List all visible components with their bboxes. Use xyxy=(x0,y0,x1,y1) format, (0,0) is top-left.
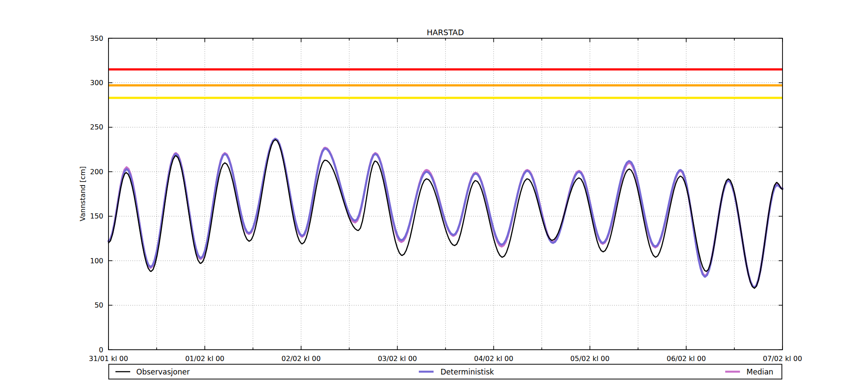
water-level-chart: 05010015020025030035031/01 kl 0001/02 kl… xyxy=(0,0,868,391)
x-tick-label: 06/02 kl 00 xyxy=(667,355,706,363)
threshold-lines xyxy=(108,70,783,98)
y-tick-label: 300 xyxy=(90,79,103,87)
series-deterministisk xyxy=(108,139,783,288)
x-tick-label: 31/01 kl 00 xyxy=(89,355,128,363)
x-tick-label: 03/02 kl 00 xyxy=(378,355,417,363)
y-tick-label: 100 xyxy=(90,257,103,265)
series-observasjoner xyxy=(108,140,783,288)
figure-canvas: 05010015020025030035031/01 kl 0001/02 kl… xyxy=(0,0,868,391)
x-tick-label: 05/02 kl 00 xyxy=(570,355,609,363)
y-tick-label: 350 xyxy=(90,34,103,43)
legend-box: Observasjoner Deterministisk Median xyxy=(109,364,782,379)
x-tick-label: 01/02 kl 00 xyxy=(185,355,224,363)
y-tick-label: 250 xyxy=(90,123,103,131)
x-tick-label: 02/02 kl 00 xyxy=(282,355,321,363)
legend-label-observasjoner: Observasjoner xyxy=(136,368,190,376)
y-tick-label: 0 xyxy=(99,346,103,354)
data-series xyxy=(108,139,783,288)
y-tick-label: 150 xyxy=(90,212,103,220)
axis-tick-labels: 05010015020025030035031/01 kl 0001/02 kl… xyxy=(89,34,802,363)
y-axis-label: Vannstand [cm] xyxy=(79,166,87,221)
legend-label-median: Median xyxy=(746,368,773,376)
chart-title: HARSTAD xyxy=(427,28,464,37)
series-median xyxy=(108,139,783,288)
y-tick-label: 50 xyxy=(95,301,103,309)
y-tick-label: 200 xyxy=(90,168,103,176)
x-tick-label: 04/02 kl 00 xyxy=(474,355,513,363)
legend-label-deterministisk: Deterministisk xyxy=(441,368,494,376)
x-tick-label: 07/02 kl 00 xyxy=(763,355,802,363)
